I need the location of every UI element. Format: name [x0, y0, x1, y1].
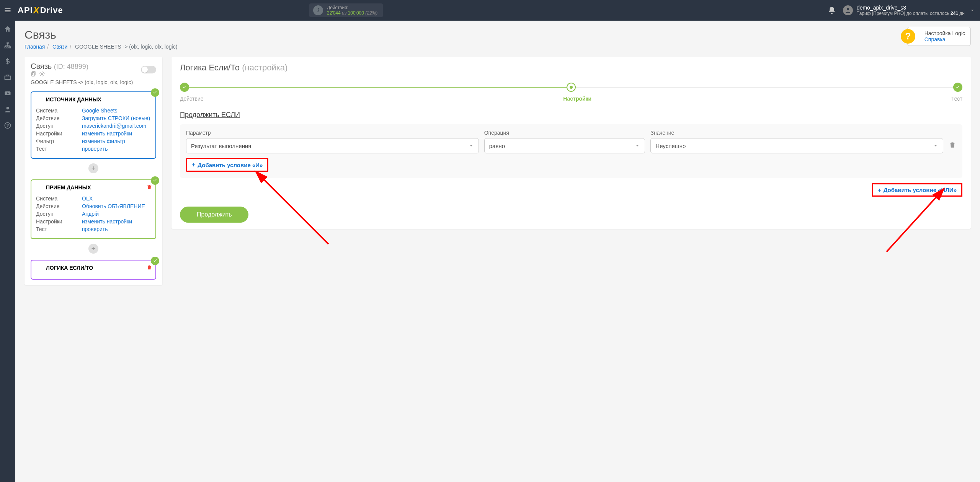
step-label-2[interactable]: Настройки	[563, 96, 591, 102]
add-step-button[interactable]: +	[88, 163, 98, 173]
dollar-icon[interactable]	[4, 57, 11, 65]
info-icon: i	[313, 5, 323, 15]
side-nav: ?	[0, 21, 15, 482]
svg-line-8	[256, 171, 328, 244]
card-2: 2ПРИЕМ ДАННЫХ СистемаOLXДействиеОбновить…	[31, 179, 156, 239]
connection-sub: GOOGLE SHEETS -> (olx, logic, olx, logic…	[31, 79, 156, 85]
condition-block: Параметр Результат выполнения Операция р…	[180, 124, 962, 178]
status-badge	[151, 257, 159, 265]
actions-label: Действия:	[327, 5, 377, 10]
card-1: 1ИСТОЧНИК ДАННЫХ СистемаGoogle SheetsДей…	[31, 91, 156, 159]
svg-line-9	[887, 189, 944, 252]
bell-icon[interactable]	[828, 6, 836, 15]
op-label: Операция	[484, 130, 645, 136]
help-box[interactable]: ? Настройка Logic Справка	[907, 27, 971, 46]
continue-button[interactable]: Продолжить	[180, 207, 248, 223]
add-and-button[interactable]: +Добавить условие «И»	[186, 158, 268, 172]
step-label-1[interactable]: Действие	[180, 96, 204, 102]
crumb-home[interactable]: Главная	[24, 44, 45, 50]
chevron-down-icon[interactable]	[969, 7, 975, 13]
val-label: Значение	[650, 130, 943, 136]
username: demo_apix_drive_s3	[857, 5, 965, 11]
svg-rect-5	[33, 72, 35, 75]
param-label: Параметр	[186, 130, 479, 136]
youtube-icon[interactable]	[4, 90, 11, 97]
svg-point-2	[7, 107, 9, 109]
crumb-current: GOOGLE SHEETS -> (olx, logic, olx, logic…	[75, 44, 177, 50]
actions-counter[interactable]: i Действия: 22'044 из 100'000 (22%)	[309, 3, 383, 17]
enable-toggle[interactable]	[141, 66, 156, 73]
delete-card[interactable]	[146, 264, 152, 272]
add-step-button[interactable]: +	[88, 244, 98, 254]
add-or-button[interactable]: +Добавить условие «ИЛИ»	[872, 183, 962, 197]
menu-toggle[interactable]	[0, 7, 15, 14]
section-title: Продолжить ЕСЛИ	[180, 111, 962, 119]
avatar-icon	[843, 5, 853, 15]
status-badge	[151, 88, 159, 97]
delete-condition[interactable]	[949, 141, 956, 153]
crumb-links[interactable]: Связи	[52, 44, 67, 50]
briefcase-icon[interactable]	[4, 73, 11, 81]
step-2-dot	[567, 83, 576, 92]
step-3-dot	[953, 83, 962, 92]
delete-card[interactable]	[146, 184, 152, 192]
home-icon[interactable]	[4, 25, 11, 33]
copy-icon[interactable]	[31, 71, 37, 77]
step-label-3[interactable]: Тест	[951, 96, 962, 102]
svg-rect-6	[32, 73, 34, 76]
logo[interactable]: APIXDrive	[18, 5, 63, 16]
param-select[interactable]: Результат выполнения	[186, 138, 479, 153]
svg-point-7	[41, 73, 43, 75]
step-1-dot	[180, 83, 189, 92]
svg-text:?: ?	[7, 123, 9, 128]
connection-sidebar: Связь (ID: 48899) GOOGLE SHEETS -> (olx,…	[24, 57, 162, 285]
question-icon: ?	[901, 29, 915, 44]
logic-panel: Логика Если/То (настройка) Действие Наст…	[172, 57, 971, 229]
status-badge	[151, 176, 159, 185]
user-icon[interactable]	[4, 106, 11, 113]
help-icon[interactable]: ?	[4, 122, 11, 129]
op-select[interactable]: равно	[484, 138, 645, 153]
svg-point-0	[847, 8, 849, 10]
card-3: 3ЛОГИКА ЕСЛИ/ТО	[31, 260, 156, 280]
page-title: Связь	[24, 28, 971, 41]
breadcrumb: Главная/ Связи/ GOOGLE SHEETS -> (olx, l…	[24, 44, 971, 50]
stepper	[180, 83, 962, 92]
panel-title: Логика Если/То (настройка)	[180, 63, 962, 73]
user-menu[interactable]: demo_apix_drive_s3 Тариф |Премиум PRO| д…	[843, 5, 965, 16]
val-select[interactable]: Неуспешно	[650, 138, 943, 153]
help-link[interactable]: Справка	[924, 36, 965, 42]
gear-icon[interactable]	[39, 71, 45, 77]
sitemap-icon[interactable]	[4, 41, 11, 49]
